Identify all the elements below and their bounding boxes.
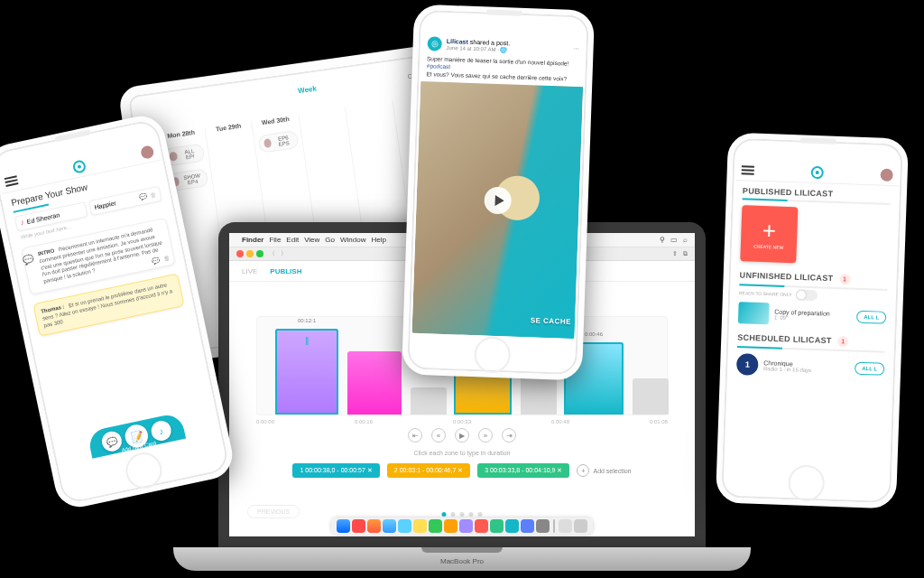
phone-dashboard: PUBLISHED LILICAST + CREATE NEW UNFINISH…: [716, 133, 909, 509]
menubar-item[interactable]: Help: [371, 236, 385, 244]
menubar-item[interactable]: View: [304, 236, 319, 244]
browser-share-icon[interactable]: ⇪: [672, 250, 678, 257]
dock-app-icon[interactable]: [475, 519, 488, 533]
ready-filter-label: READY TO SHARE ONLY: [739, 290, 792, 297]
all-button[interactable]: ALL L: [855, 362, 884, 376]
search-icon[interactable]: ⌕: [683, 236, 688, 244]
wifi-icon[interactable]: ⚲: [660, 236, 665, 244]
calendar-event[interactable]: EP6 EPS: [258, 130, 300, 154]
play-icon[interactable]: ▶: [455, 428, 469, 443]
dock-app-icon[interactable]: [505, 519, 519, 533]
window-minimize-icon[interactable]: [246, 250, 254, 257]
menubar-app-name[interactable]: Finder: [242, 236, 263, 244]
trash-icon[interactable]: 🗑: [150, 191, 157, 199]
menubar-item[interactable]: Go: [325, 236, 335, 244]
wave-timestamp: 00:12:1: [298, 318, 316, 323]
tab-live[interactable]: LIVE: [242, 267, 257, 275]
battery-icon[interactable]: ▭: [670, 236, 678, 244]
post-more-icon[interactable]: ⋯: [572, 45, 578, 52]
station-avatar: 1: [736, 353, 759, 376]
tab-publish[interactable]: PUBLISH: [270, 267, 301, 275]
forward-icon[interactable]: »: [478, 428, 493, 443]
wave-timestamp: 0:00:46: [585, 331, 603, 337]
add-card-bar: 💬 📝 ♪ Add New Card: [87, 412, 186, 458]
ready-filter-toggle[interactable]: [795, 289, 817, 301]
post-avatar[interactable]: ◎: [427, 36, 442, 51]
music-icon: ♪: [20, 219, 25, 228]
selection-chip-2[interactable]: 2 00:03:1 - 00:00:46,7 ✕: [387, 463, 470, 478]
calendar-view-week[interactable]: Week: [298, 85, 319, 111]
dock-safari-icon[interactable]: [383, 519, 396, 533]
dock-app-icon[interactable]: [413, 519, 427, 533]
selection-chip-3[interactable]: 3 00:03:33,8 - 00:04:10,9 ✕: [477, 463, 569, 478]
dock-folder-icon[interactable]: [559, 519, 572, 533]
menubar-item[interactable]: Window: [340, 236, 365, 244]
dock-app-icon[interactable]: [444, 519, 457, 533]
skip-start-icon[interactable]: ⇤: [408, 428, 422, 443]
dock-app-icon[interactable]: [490, 519, 504, 533]
list-item[interactable]: 1 Chronique Radio 1 · in 15 days ALL L: [729, 350, 892, 384]
count-badge: 1: [839, 274, 850, 284]
menubar-item[interactable]: Edit: [286, 236, 299, 244]
laptop-model-label: MacBook Pro: [440, 557, 484, 565]
all-button[interactable]: ALL L: [856, 311, 886, 324]
app-logo-icon[interactable]: [810, 166, 823, 179]
browser-forward-icon[interactable]: 〉: [281, 249, 287, 258]
step-pager[interactable]: [442, 512, 483, 517]
play-icon[interactable]: [484, 186, 512, 214]
dock-app-icon[interactable]: [459, 519, 473, 533]
dock-mail-icon[interactable]: [398, 519, 411, 533]
post-caption: SE CACHE: [531, 316, 572, 326]
dock-settings-icon[interactable]: [536, 519, 550, 533]
skip-end-icon[interactable]: ⇥: [502, 428, 516, 443]
post-timestamp: June 14 at 10:07 AM · 🌐: [446, 44, 510, 52]
chat-icon[interactable]: 💬: [152, 256, 162, 266]
dock-app-icon[interactable]: [352, 519, 365, 533]
dock-finder-icon[interactable]: [337, 519, 350, 533]
menubar-item[interactable]: File: [269, 236, 281, 244]
dock-appstore-icon[interactable]: [521, 519, 534, 533]
browser-back-icon[interactable]: 〈: [269, 249, 275, 258]
app-logo-icon[interactable]: [72, 159, 88, 174]
create-new-button[interactable]: + CREATE NEW: [740, 205, 798, 263]
trash-icon[interactable]: 🗑: [162, 254, 171, 263]
phone-social-post: ◎ Lilicast shared a post. June 14 at 10:…: [402, 5, 595, 381]
dock-separator: [553, 519, 555, 533]
menu-icon[interactable]: [5, 175, 19, 187]
selection-chip-1[interactable]: 1 00:00:38,0 - 00:00:57 ✕: [292, 463, 379, 478]
count-badge: 1: [837, 336, 848, 347]
dock-trash-icon[interactable]: [574, 519, 587, 533]
window-close-icon[interactable]: [236, 250, 244, 257]
section-published: PUBLISHED LILICAST: [735, 181, 899, 207]
add-talk-icon[interactable]: 💬: [100, 430, 124, 453]
dock-messages-icon[interactable]: [429, 519, 442, 533]
rewind-icon[interactable]: «: [431, 428, 446, 443]
chat-icon: 💬: [139, 192, 148, 201]
add-selection-button[interactable]: +Add selection: [577, 464, 631, 477]
browser-tabs-icon[interactable]: ⧉: [683, 250, 688, 257]
add-music-icon[interactable]: ♪: [150, 419, 173, 443]
dock-app-icon[interactable]: [367, 519, 381, 533]
avatar[interactable]: [880, 169, 892, 182]
plus-icon: +: [762, 219, 776, 243]
hint-text: Click each zone to type in duration: [229, 450, 695, 456]
post-video-thumbnail[interactable]: SE CACHE: [412, 81, 584, 339]
menu-icon[interactable]: [742, 165, 754, 174]
window-zoom-icon[interactable]: [256, 250, 263, 257]
item-thumbnail: [738, 302, 770, 324]
pause-icon[interactable]: ‖: [305, 336, 310, 345]
previous-button[interactable]: PREVIOUS: [247, 505, 300, 518]
avatar[interactable]: [140, 144, 155, 160]
macos-dock[interactable]: [331, 517, 593, 535]
waveform-axis: 0:00:000:00:16 0:00:330.00:48 0:01:08: [256, 419, 668, 424]
